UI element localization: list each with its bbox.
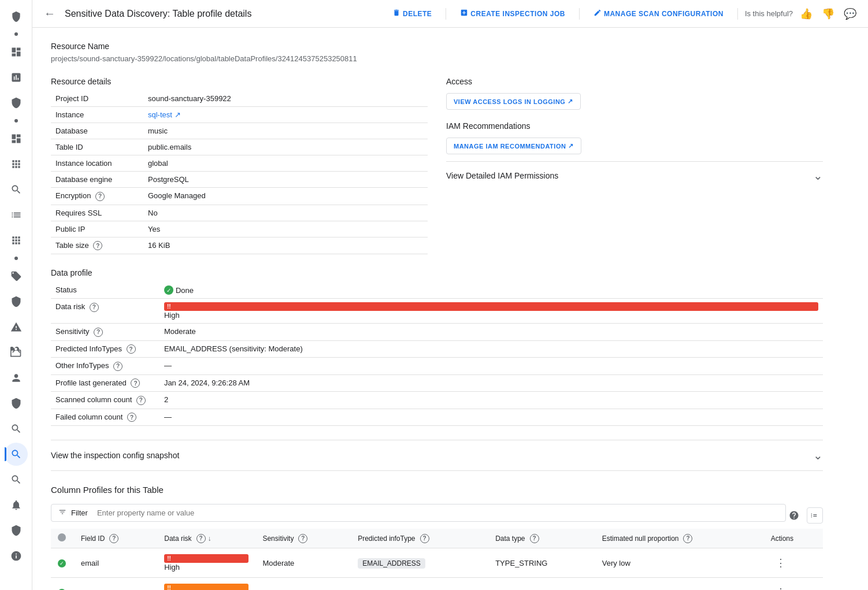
row-value: public.emails	[143, 139, 428, 155]
sidebar-item-list[interactable]	[5, 203, 28, 227]
create-inspection-button[interactable]: CREATE INSPECTION JOB	[453, 5, 572, 22]
row-null-proportion: Very low	[595, 578, 764, 591]
table-row: Instance location global	[51, 155, 428, 172]
row-key: Failed column count ?	[51, 409, 159, 426]
data-type-th-help-icon[interactable]: ?	[530, 534, 539, 543]
field-id-help-icon[interactable]: ?	[109, 534, 118, 543]
data-profile-title: Data profile	[51, 268, 823, 277]
row-key: Profile last generated ?	[51, 374, 159, 392]
row-key: Project ID	[51, 91, 143, 107]
risk-high-badge: !!	[164, 302, 818, 311]
sidebar-item-home[interactable]	[5, 40, 28, 64]
row-data-risk: !! Moderate	[157, 578, 255, 591]
sidebar-item-warning[interactable]	[5, 316, 28, 339]
table-size-help-icon[interactable]: ?	[93, 241, 102, 250]
data-risk-help-icon[interactable]: ?	[90, 303, 99, 312]
sensitivity-th-help-icon[interactable]: ?	[298, 534, 307, 543]
row-value: Jan 24, 2024, 9:26:28 AM	[159, 374, 823, 392]
help-circle-icon[interactable]	[786, 507, 802, 524]
manage-scan-button[interactable]: MANAGE SCAN CONFIGURATION	[587, 5, 730, 22]
row-null-proportion: Very low	[595, 548, 764, 578]
profile-generated-help-icon[interactable]: ?	[131, 379, 140, 388]
add-box-icon	[460, 9, 468, 18]
sidebar-item-chart[interactable]	[5, 66, 28, 89]
row-key: Predicted InfoTypes ?	[51, 340, 159, 358]
other-infotypes-help-icon[interactable]: ?	[113, 362, 123, 371]
sidebar-item-alert[interactable]	[5, 493, 28, 517]
iam-permissions-label: View Detailed IAM Permissions	[446, 171, 558, 180]
sidebar-item-grid[interactable]	[5, 153, 28, 176]
row-key: Sensitivity ?	[51, 324, 159, 341]
column-profiles-section: Column Profiles for this Table Filter	[51, 485, 823, 590]
table-row: Profile last generated ? Jan 24, 2024, 9…	[51, 374, 823, 392]
encryption-help-icon[interactable]: ?	[95, 192, 105, 201]
scanned-count-help-icon[interactable]: ?	[136, 396, 146, 405]
thumbs-up-button[interactable]: 👍	[797, 5, 815, 23]
row-actions-menu-button[interactable]: ⋮	[771, 584, 791, 590]
row-value[interactable]: sql-test ↗	[143, 107, 428, 123]
sidebar-item-info[interactable]	[5, 544, 28, 567]
data-risk-th-help-icon[interactable]: ?	[196, 534, 206, 543]
row-value: 16 KiB	[143, 237, 428, 254]
sidebar-item-shield[interactable]	[5, 91, 28, 114]
inspection-config-expand[interactable]: View the inspection config snapshot ⌄	[51, 440, 823, 471]
iam-section: IAM Recommendations MANAGE IAM RECOMMEND…	[446, 121, 823, 190]
null-proportion-th-help-icon[interactable]: ?	[683, 534, 692, 543]
sensitivity-help-icon[interactable]: ?	[94, 328, 103, 337]
row-key: Scanned column count ?	[51, 392, 159, 409]
sidebar-item-search[interactable]	[5, 178, 28, 201]
view-access-logs-button[interactable]: VIEW ACCESS LOGS IN LOGGING ↗	[446, 93, 581, 110]
helpful-section: Is this helpful? 👍 👎 💬	[745, 5, 859, 23]
sidebar-item-dashboard2[interactable]	[5, 127, 28, 150]
row-key: Table ID	[51, 139, 143, 155]
row-value: —	[159, 358, 823, 375]
header-actions: Actions	[764, 529, 823, 548]
sidebar-item-shield3[interactable]	[5, 519, 28, 542]
header-checkbox	[51, 529, 74, 548]
row-actions-menu-button[interactable]: ⋮	[771, 555, 791, 571]
filter-icon	[58, 508, 66, 518]
sidebar-item-discovery[interactable]	[5, 443, 28, 466]
table-row: Scanned column count ? 2	[51, 392, 823, 409]
sort-icon[interactable]: ↓	[208, 535, 212, 543]
sidebar-item-data[interactable]	[5, 341, 28, 364]
table-row: Project ID sound-sanctuary-359922	[51, 91, 428, 107]
resource-details-section: Resource details Project ID sound-sanctu…	[51, 77, 428, 254]
header-data-type: Data type ?	[488, 529, 595, 548]
iam-permissions-expand[interactable]: View Detailed IAM Permissions ⌄	[446, 161, 823, 190]
row-sensitivity: Moderate	[255, 548, 351, 578]
risk-moderate-badge: !!	[164, 584, 248, 590]
delete-button[interactable]: DELETE	[385, 5, 439, 22]
sidebar-item-apps[interactable]	[5, 229, 28, 252]
comment-button[interactable]: 💬	[841, 5, 859, 23]
row-status: ✓	[51, 548, 74, 578]
infotypes-help-icon[interactable]: ?	[127, 344, 136, 354]
table-row: ✓ email !! High Moderate EMAIL_ADDRESS T…	[51, 548, 823, 578]
filter-input[interactable]	[97, 509, 778, 517]
columns-toggle-icon[interactable]	[807, 507, 823, 524]
infotype-th-help-icon[interactable]: ?	[420, 534, 429, 543]
sidebar-item-search2[interactable]	[5, 417, 28, 440]
back-button[interactable]: ←	[42, 5, 58, 23]
sidebar	[0, 0, 32, 590]
row-key: Data risk ?	[51, 299, 159, 324]
table-row: Table size ? 16 KiB	[51, 237, 428, 254]
inspection-chevron-icon: ⌄	[813, 448, 823, 462]
sidebar-separator-3	[14, 257, 18, 260]
sidebar-item-shield2[interactable]	[5, 392, 28, 415]
failed-count-help-icon[interactable]: ?	[127, 413, 136, 422]
manage-iam-button[interactable]: MANAGE IAM RECOMMENDATION ↗	[446, 138, 581, 154]
sidebar-item-tag[interactable]	[5, 265, 28, 288]
header-data-risk: Data risk ? ↓	[157, 529, 255, 548]
thumbs-down-button[interactable]: 👎	[819, 5, 837, 23]
sidebar-item-person[interactable]	[5, 366, 28, 389]
access-section: Access VIEW ACCESS LOGS IN LOGGING ↗	[446, 77, 823, 110]
column-profiles-title: Column Profiles for this Table	[51, 485, 823, 495]
table-row: ✓ name !! Moderate Low — TYPE_STRING Ver…	[51, 578, 823, 591]
row-key: Requires SSL	[51, 205, 143, 221]
table-row: Database music	[51, 123, 428, 139]
sidebar-item-search3[interactable]	[5, 468, 28, 491]
instance-link[interactable]: sql-test ↗	[148, 110, 423, 119]
sidebar-item-security2[interactable]	[5, 290, 28, 313]
table-row: Status ✓ Done	[51, 282, 823, 299]
